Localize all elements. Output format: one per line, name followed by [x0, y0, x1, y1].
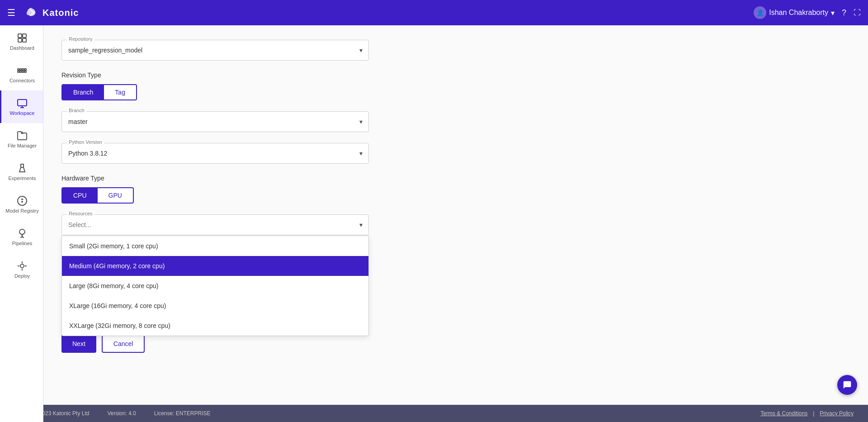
svg-rect-7	[24, 69, 26, 70]
connectors-icon	[17, 65, 28, 76]
workspace-icon	[17, 98, 28, 109]
footer-license: License: ENTERPRISE	[154, 410, 211, 417]
python-version-select-wrapper: Python 3.8.12 ▾	[61, 143, 369, 164]
logo-text: Katonic	[42, 8, 79, 18]
sidebar-item-model-registry[interactable]: Model Registry	[0, 188, 43, 221]
cancel-button[interactable]: Cancel	[102, 335, 145, 353]
dropdown-item-medium[interactable]: Medium (4Gi memory, 2 core cpu)	[62, 256, 368, 276]
sidebar-label-connectors: Connectors	[9, 78, 35, 83]
svg-rect-6	[22, 69, 24, 70]
user-menu[interactable]: 👤 Ishan Chakraborty ▾	[754, 6, 835, 19]
footer-version: Version: 4.0	[107, 410, 136, 417]
svg-rect-9	[20, 71, 22, 72]
branch-select[interactable]: master	[61, 111, 369, 132]
sidebar-item-connectors[interactable]: Connectors	[0, 58, 43, 90]
branch-label: Branch	[67, 108, 86, 113]
repository-select[interactable]: sample_regression_model	[61, 40, 369, 61]
hardware-type-label: Hardware Type	[61, 175, 369, 182]
navbar-right: 👤 Ishan Chakraborty ▾ ? ⛶	[754, 6, 861, 19]
repository-group: Repository sample_regression_model ▾	[61, 40, 369, 61]
katonic-logo-icon	[23, 5, 39, 21]
user-avatar: 👤	[754, 6, 766, 19]
expand-button[interactable]: ⛶	[854, 9, 861, 17]
form-section: Repository sample_regression_model ▾ Rev…	[61, 40, 369, 353]
sidebar-label-deploy: Deploy	[14, 273, 30, 279]
sidebar-item-dashboard[interactable]: Dashboard	[0, 25, 43, 58]
chat-bubble-button[interactable]	[837, 375, 857, 395]
sidebar-item-file-manager[interactable]: File Manager	[0, 123, 43, 156]
footer-right: Terms & Conditions | Privacy Policy	[760, 410, 854, 417]
svg-rect-0	[18, 34, 22, 38]
revision-type-toggle: Branch Tag	[61, 84, 137, 100]
user-name: Ishan Chakraborty	[769, 9, 828, 17]
revision-type-group: Revision Type Branch Tag	[61, 71, 369, 100]
dropdown-item-xlarge[interactable]: XLarge (16Gi memory, 4 core cpu)	[62, 296, 368, 316]
main-content: Repository sample_regression_model ▾ Rev…	[43, 25, 868, 422]
revision-type-label: Revision Type	[61, 71, 369, 79]
svg-rect-11	[24, 71, 26, 72]
python-version-select[interactable]: Python 3.8.12	[61, 143, 369, 164]
svg-rect-10	[22, 71, 24, 72]
svg-point-16	[21, 201, 23, 203]
branch-select-wrapper: master ▾	[61, 111, 369, 132]
user-chevron-icon: ▾	[831, 9, 835, 17]
layout: Dashboard Connectors Workspace	[0, 25, 868, 422]
privacy-link[interactable]: Privacy Policy	[820, 410, 854, 417]
svg-marker-15	[21, 198, 24, 200]
resources-label: Resources	[67, 211, 94, 216]
navbar: ☰ Katonic 👤 Ishan Chakraborty ▾ ? ⛶	[0, 0, 868, 25]
dropdown-item-small[interactable]: Small (2Gi memory, 1 core cpu)	[62, 236, 368, 256]
chat-icon	[843, 380, 852, 389]
svg-rect-1	[23, 34, 26, 38]
sidebar-item-experiments[interactable]: Experiments	[0, 156, 43, 188]
gpu-toggle-button[interactable]: GPU	[98, 188, 133, 203]
branch-group: Branch master ▾	[61, 111, 369, 132]
svg-rect-3	[23, 38, 26, 42]
help-button[interactable]: ?	[842, 8, 846, 18]
repository-label: Repository	[67, 36, 94, 42]
python-version-label: Python Version	[67, 139, 104, 145]
tag-toggle-button[interactable]: Tag	[104, 85, 136, 100]
sidebar: Dashboard Connectors Workspace	[0, 25, 43, 422]
sidebar-label-model-registry: Model Registry	[5, 208, 38, 213]
footer-separator: |	[813, 410, 814, 417]
sidebar-label-experiments: Experiments	[8, 175, 36, 181]
action-buttons: Next Cancel	[61, 335, 369, 353]
dropdown-item-xxlarge[interactable]: XXLarge (32Gi memory, 8 core cpu)	[62, 316, 368, 336]
svg-rect-4	[18, 69, 19, 70]
svg-rect-12	[18, 100, 27, 106]
terms-link[interactable]: Terms & Conditions	[760, 410, 807, 417]
model-registry-icon	[17, 195, 28, 206]
svg-point-17	[20, 264, 24, 268]
cpu-toggle-button[interactable]: CPU	[62, 188, 98, 203]
footer: Copyright 2023 Katonic Pty Ltd Version: …	[0, 405, 868, 422]
resources-input[interactable]	[61, 214, 369, 235]
dashboard-icon	[17, 33, 28, 43]
repository-select-wrapper: sample_regression_model ▾	[61, 40, 369, 61]
logo: Katonic	[23, 5, 79, 21]
pipelines-icon	[17, 228, 28, 239]
svg-rect-8	[18, 71, 19, 72]
hardware-type-toggle: CPU GPU	[61, 187, 134, 204]
sidebar-label-file-manager: File Manager	[8, 143, 37, 148]
deploy-icon	[17, 261, 28, 271]
sidebar-label-pipelines: Pipelines	[12, 241, 33, 246]
python-version-group: Python Version Python 3.8.12 ▾	[61, 143, 369, 164]
resources-dropdown: Small (2Gi memory, 1 core cpu) Medium (4…	[61, 236, 369, 336]
sidebar-item-pipelines[interactable]: Pipelines	[0, 221, 43, 253]
hardware-type-group: Hardware Type CPU GPU	[61, 175, 369, 204]
branch-toggle-button[interactable]: Branch	[62, 85, 104, 100]
sidebar-item-deploy[interactable]: Deploy	[0, 253, 43, 286]
sidebar-label-workspace: Workspace	[10, 110, 35, 116]
resources-group: Resources ▾ Small (2Gi memory, 1 core cp…	[61, 214, 369, 235]
sidebar-item-workspace[interactable]: Workspace	[0, 90, 43, 123]
file-manager-icon	[17, 130, 28, 141]
hamburger-menu[interactable]: ☰	[7, 7, 15, 18]
resources-select-container: ▾	[61, 214, 369, 235]
svg-rect-5	[20, 69, 22, 70]
submit-button[interactable]: Next	[61, 335, 96, 353]
sidebar-label-dashboard: Dashboard	[10, 45, 34, 51]
experiments-icon	[17, 163, 28, 174]
dropdown-item-large[interactable]: Large (8Gi memory, 4 core cpu)	[62, 276, 368, 296]
svg-rect-2	[18, 38, 22, 42]
